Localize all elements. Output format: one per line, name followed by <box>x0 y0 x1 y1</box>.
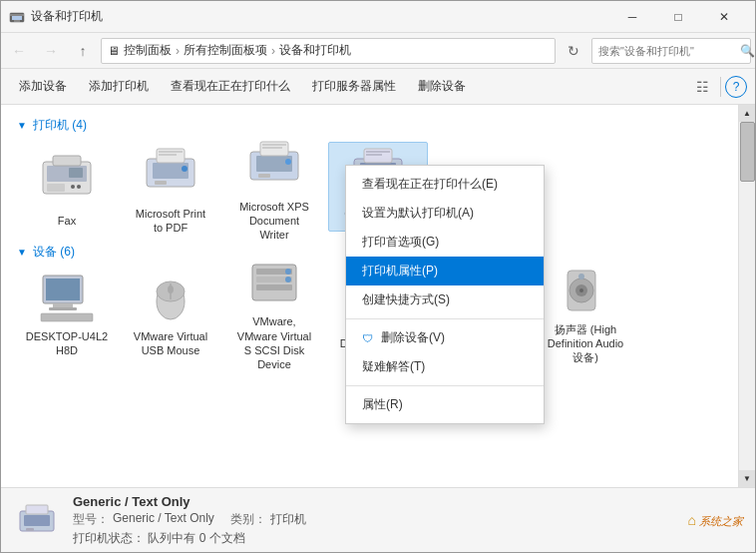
svg-point-10 <box>77 185 81 189</box>
status-meta: 型号： Generic / Text Only 类别： 打印机 <box>73 511 675 528</box>
disk-label: VMware,VMware VirtualS SCSI DiskDevice <box>237 314 311 371</box>
svg-point-17 <box>182 166 188 172</box>
computer-icon <box>35 270 99 325</box>
svg-rect-2 <box>14 20 20 22</box>
scroll-down-button[interactable]: ▼ <box>739 470 756 487</box>
ctx-delete-device[interactable]: 🛡 删除设备(V) <box>346 323 544 352</box>
device-item-speaker[interactable]: 扬声器 (HighDefinition Audio设备) <box>536 269 635 358</box>
ctx-see-printing[interactable]: 查看现在正在打印什么(E) <box>346 170 544 199</box>
search-icon: 🔍 <box>740 44 755 58</box>
svg-point-24 <box>285 159 291 165</box>
printer-item-xps[interactable]: Microsoft XPSDocumentWriter <box>224 142 324 232</box>
mouse-icon <box>139 270 202 325</box>
help-button[interactable]: ? <box>725 76 747 98</box>
svg-rect-16 <box>159 154 177 156</box>
view-button[interactable]: ☷ <box>688 73 716 101</box>
status-category: 类别： 打印机 <box>230 511 306 528</box>
status-device-name: Generic / Text Only <box>73 494 675 509</box>
search-bar[interactable]: 🔍 <box>591 38 751 64</box>
toolbar-divider <box>720 77 721 97</box>
svg-point-59 <box>579 288 583 292</box>
add-device-button[interactable]: 添加设备 <box>9 73 77 101</box>
maximize-button[interactable]: □ <box>655 1 701 33</box>
watermark: ⌂ 系统之家 <box>687 512 743 529</box>
svg-rect-7 <box>53 156 81 166</box>
breadcrumb-sep-1: › <box>176 44 180 58</box>
svg-point-9 <box>71 185 75 189</box>
svg-rect-22 <box>262 144 286 146</box>
device-item-mouse[interactable]: VMware VirtualUSB Mouse <box>121 269 220 358</box>
scrollbar: ▲ ▼ <box>738 105 755 487</box>
window-title: 设备和打印机 <box>31 8 103 25</box>
address-bar: ← → ↑ 🖥 控制面板 › 所有控制面板项 › 设备和打印机 ↻ 🔍 <box>1 33 755 69</box>
printers-collapse-arrow: ▼ <box>17 120 27 131</box>
ctx-print-preferences[interactable]: 打印首选项(G) <box>346 228 544 257</box>
breadcrumb-item-2: 所有控制面板项 <box>184 42 267 59</box>
shield-icon: 🛡 <box>362 332 373 344</box>
ctx-delete-device-label: 删除设备(V) <box>381 329 445 346</box>
svg-rect-8 <box>69 168 83 178</box>
pdf-printer-label: Microsoft Printto PDF <box>136 207 205 236</box>
printer-item-fax[interactable]: Fax <box>17 142 117 232</box>
up-button[interactable]: ↑ <box>69 37 97 65</box>
ctx-printer-props[interactable]: 打印机属性(P) <box>346 257 544 285</box>
svg-rect-29 <box>366 151 390 153</box>
speaker-label: 扬声器 (HighDefinition Audio设备) <box>548 322 623 365</box>
close-button[interactable]: ✕ <box>701 1 747 33</box>
scroll-thumb[interactable] <box>740 122 755 182</box>
breadcrumb[interactable]: 🖥 控制面板 › 所有控制面板项 › 设备和打印机 <box>101 38 556 64</box>
watermark-text: 系统之家 <box>699 515 743 527</box>
pdf-printer-icon <box>139 139 202 203</box>
device-item-computer[interactable]: DESKTOP-U4L2H8D <box>17 269 117 358</box>
status-type-label: 型号： <box>73 511 109 528</box>
breadcrumb-item-3: 设备和打印机 <box>279 42 351 59</box>
ctx-create-shortcut-label: 创建快捷方式(S) <box>362 291 450 308</box>
ctx-properties[interactable]: 属性(R) <box>346 390 544 419</box>
printer-server-props-button[interactable]: 打印服务器属性 <box>302 73 406 101</box>
ctx-troubleshoot[interactable]: 疑难解答(T) <box>346 352 544 381</box>
xps-printer-label: Microsoft XPSDocumentWriter <box>239 200 309 243</box>
title-bar: 设备和打印机 ─ □ ✕ <box>1 1 755 33</box>
printers-section-label: 打印机 (4) <box>33 117 87 134</box>
svg-point-46 <box>285 276 291 282</box>
main-window: 设备和打印机 ─ □ ✕ ← → ↑ 🖥 控制面板 › 所有控制面板项 › 设备… <box>0 0 756 553</box>
back-button[interactable]: ← <box>5 37 33 65</box>
svg-rect-63 <box>26 528 34 531</box>
svg-rect-15 <box>159 151 183 153</box>
breadcrumb-item-1: 控制面板 <box>124 42 172 59</box>
status-bar: Generic / Text Only 型号： Generic / Text O… <box>1 487 755 552</box>
svg-rect-33 <box>46 278 80 300</box>
status-info: Generic / Text Only 型号： Generic / Text O… <box>73 494 675 547</box>
refresh-button[interactable]: ↻ <box>560 37 587 65</box>
device-item-disk[interactable]: VMware,VMware VirtualS SCSI DiskDevice <box>224 269 324 358</box>
ctx-set-default[interactable]: 设置为默认打印机(A) <box>346 199 544 228</box>
svg-rect-30 <box>366 154 382 156</box>
window-icon <box>9 9 25 25</box>
svg-rect-6 <box>47 184 65 192</box>
breadcrumb-sep-2: › <box>271 44 275 58</box>
status-print-state: 打印机状态： 队列中有 0 个文档 <box>73 530 675 547</box>
scroll-up-button[interactable]: ▲ <box>739 105 756 122</box>
fax-icon <box>35 146 99 210</box>
svg-rect-34 <box>53 303 73 307</box>
ctx-separator <box>346 318 544 319</box>
ctx-create-shortcut[interactable]: 创建快捷方式(S) <box>346 285 544 314</box>
svg-point-45 <box>285 269 291 275</box>
forward-button[interactable]: → <box>37 37 65 65</box>
scroll-track[interactable] <box>739 122 756 470</box>
delete-device-button[interactable]: 删除设备 <box>408 73 476 101</box>
ctx-print-preferences-label: 打印首选项(G) <box>362 234 439 251</box>
devices-collapse-arrow: ▼ <box>17 247 27 258</box>
svg-rect-23 <box>262 147 282 149</box>
computer-label: DESKTOP-U4L2H8D <box>26 329 108 358</box>
add-printer-button[interactable]: 添加打印机 <box>79 73 159 101</box>
devices-section-label: 设备 (6) <box>33 244 75 261</box>
window-controls: ─ □ ✕ <box>609 1 747 33</box>
status-print-state-label: 打印机状态： <box>73 531 145 545</box>
see-printing-button[interactable]: 查看现在正在打印什么 <box>161 73 300 101</box>
speaker-icon <box>554 263 617 318</box>
printers-section-header[interactable]: ▼ 打印机 (4) <box>17 117 722 134</box>
printer-item-pdf[interactable]: Microsoft Printto PDF <box>121 142 220 232</box>
search-input[interactable] <box>598 45 736 57</box>
minimize-button[interactable]: ─ <box>609 1 655 33</box>
